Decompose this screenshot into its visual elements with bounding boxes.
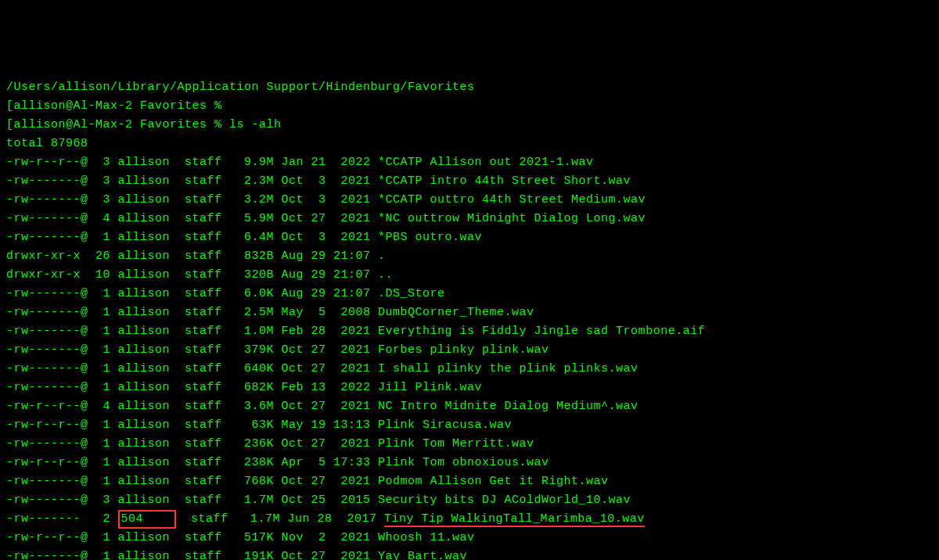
terminal-line: [allison@Al-Max-2 Favorites % [6,97,933,116]
terminal-line: -rw-r--r--@ 1 allison staff 63K May 19 1… [6,416,933,435]
terminal-line: -rw-r--r--@ 1 allison staff 517K Nov 2 2… [6,529,933,547]
terminal-line: -rw-r--r--@ 3 allison staff 9.9M Jan 21 … [6,153,933,172]
terminal-line: -rw-------@ 1 allison staff 236K Oct 27 … [6,435,933,454]
terminal-line: -rw-------@ 3 allison staff 3.2M Oct 3 2… [6,191,933,210]
terminal-line: -rw-------@ 1 allison staff 6.0K Aug 29 … [6,285,933,303]
highlighted-filename: Tiny Tip WalkingTall_Marimba_10.wav [384,512,645,527]
terminal-line: -rw-------@ 3 allison staff 2.3M Oct 3 2… [6,172,933,191]
terminal-line: /Users/allison/Library/Application Suppo… [6,78,933,97]
terminal-line: -rw-------@ 1 allison staff 6.4M Oct 3 2… [6,228,933,247]
terminal-line: drwxr-xr-x 10 allison staff 320B Aug 29 … [6,266,933,285]
highlighted-owner: 504 [118,510,177,529]
terminal-line: -rw-------@ 3 allison staff 1.7M Oct 25 … [6,491,933,510]
terminal-line: -rw-------@ 1 allison staff 682K Feb 13 … [6,379,933,397]
terminal-output[interactable]: /Users/allison/Library/Application Suppo… [6,78,933,560]
terminal-line: -rw-------@ 1 allison staff 640K Oct 27 … [6,360,933,379]
command-text: ls -alh [229,118,282,131]
terminal-line: -rw-------@ 1 allison staff 1.0M Feb 28 … [6,322,933,341]
terminal-line: -rw-------@ 1 allison staff 2.5M May 5 2… [6,303,933,322]
terminal-line: -rw-------@ 1 allison staff 379K Oct 27 … [6,341,933,360]
terminal-line: -rw-r--r--@ 1 allison staff 238K Apr 5 1… [6,454,933,472]
terminal-line: -rw-------@ 1 allison staff 191K Oct 27 … [6,547,933,560]
terminal-line: -rw-r--r--@ 4 allison staff 3.6M Oct 27 … [6,397,933,416]
terminal-line: [allison@Al-Max-2 Favorites % ls -alh [6,116,933,135]
terminal-line: -rw------- 2 504 staff 1.7M Jun 28 2017 … [6,510,933,529]
terminal-line: drwxr-xr-x 26 allison staff 832B Aug 29 … [6,247,933,266]
terminal-line: -rw-------@ 1 allison staff 768K Oct 27 … [6,472,933,491]
terminal-line: -rw-------@ 4 allison staff 5.9M Oct 27 … [6,210,933,228]
terminal-line: total 87968 [6,135,933,153]
